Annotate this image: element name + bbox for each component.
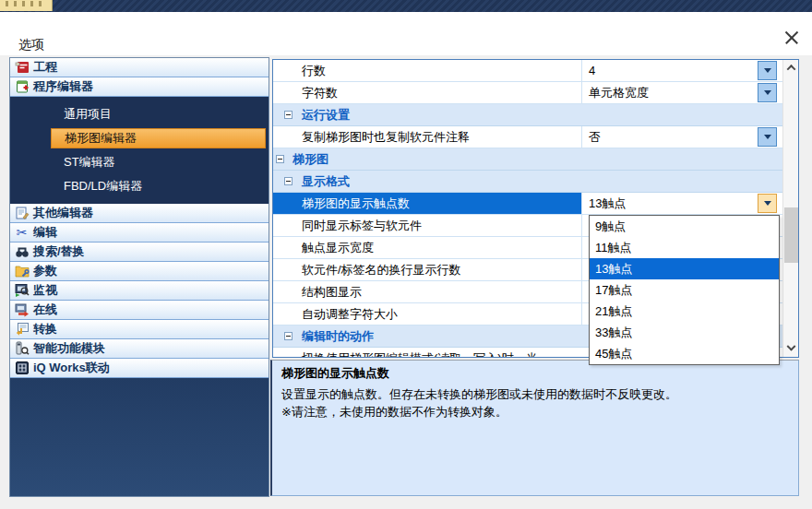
program-editor-icon — [14, 79, 30, 94]
section-label: 运行设置 — [302, 107, 350, 124]
sidebar-filler — [10, 378, 269, 496]
monitor-magnifier-icon — [14, 283, 30, 298]
background-window-fragment — [0, 0, 53, 11]
sidebar-item-label: iQ Works联动 — [33, 360, 110, 376]
convert-arrow-icon — [14, 322, 30, 337]
chevron-up-icon — [787, 65, 796, 74]
dropdown-button[interactable] — [758, 127, 777, 147]
sidebar-item-intelligent-module[interactable]: 智能功能模块 — [10, 339, 269, 359]
scroll-thumb[interactable] — [784, 207, 798, 263]
dropdown-option[interactable]: 21触点 — [590, 301, 779, 322]
dropdown-option[interactable]: 11触点 — [590, 237, 779, 258]
setting-label: 软元件/标签名的换行显示行数 — [302, 262, 461, 278]
sidebar-item-online[interactable]: 在线 — [10, 301, 269, 320]
setting-label: 结构图显示 — [302, 284, 362, 301]
iqworks-grid-icon — [14, 361, 30, 375]
sidebar-item-label: 梯形图编辑器 — [65, 130, 137, 147]
sidebar-item-label: 监视 — [33, 282, 57, 299]
setting-label: 梯形图的显示触点数 — [302, 195, 410, 212]
scroll-up-button[interactable] — [783, 60, 799, 76]
background-app-strip — [0, 0, 812, 12]
sidebar-item-label: 通用项目 — [64, 106, 112, 123]
close-icon — [784, 30, 799, 45]
sidebar-item-ladder-editor[interactable]: 梯形图编辑器 — [51, 128, 266, 148]
dialog-titlebar: 选项 — [0, 12, 812, 55]
dropdown-option[interactable]: 17触点 — [590, 279, 779, 301]
caret-down-icon — [764, 90, 771, 95]
section-label: 编辑时的动作 — [302, 328, 374, 345]
help-text: 设置显示的触点数。但存在未转换的梯形图或未使用的数据时不反映更改。 — [281, 386, 789, 402]
sidebar-item-project[interactable]: 工程 — [10, 58, 269, 77]
setting-value: 13触点 — [589, 195, 626, 212]
sidebar-item-label: 参数 — [33, 263, 57, 279]
collapse-icon[interactable] — [276, 155, 284, 163]
chevron-down-icon — [787, 342, 796, 351]
help-text: ※请注意，未使用的数据不作为转换对象。 — [281, 404, 789, 420]
dropdown-option[interactable]: 9触点 — [590, 216, 779, 237]
sidebar-item-program-editor[interactable]: 程序编辑器 — [10, 77, 269, 97]
sidebar-item-fbdld-editor[interactable]: FBD/LD编辑器 — [51, 176, 266, 196]
scissors-icon: ✂ — [14, 225, 30, 240]
setting-row[interactable]: 字符数 单元格宽度 — [273, 82, 782, 104]
setting-label: 复制梯形图时也复制软元件注释 — [302, 129, 470, 146]
dropdown-button-active[interactable] — [758, 194, 777, 213]
binoculars-icon — [14, 244, 30, 259]
setting-value: 否 — [589, 129, 601, 146]
dialog-title: 选项 — [18, 37, 44, 53]
section-label: 梯形图 — [293, 151, 328, 168]
setting-label: 字符数 — [302, 85, 338, 101]
setting-value: 4 — [589, 64, 595, 77]
dropdown-option-selected[interactable]: 13触点 — [590, 258, 779, 279]
sidebar-item-convert[interactable]: 转换 — [10, 320, 269, 339]
section-row[interactable]: 显示格式 — [273, 171, 782, 193]
other-editor-icon — [14, 206, 30, 220]
section-row[interactable]: 运行设置 — [273, 104, 782, 126]
setting-value: 单元格宽度 — [589, 85, 649, 101]
dropdown-list: 9触点 11触点 13触点 17触点 21触点 33触点 45触点 — [589, 215, 780, 365]
description-panel: 梯形图的显示触点数 设置显示的触点数。但存在未转换的梯形图或未使用的数据时不反映… — [270, 360, 799, 496]
dropdown-option[interactable]: 45触点 — [590, 343, 779, 364]
sidebar-item-iqworks[interactable]: iQ Works联动 — [10, 359, 269, 378]
sidebar-item-label: ST编辑器 — [64, 154, 115, 171]
program-editor-children: 通用项目 梯形图编辑器 ST编辑器 FBD/LD编辑器 — [10, 97, 269, 204]
setting-label: 自动调整字符大小 — [302, 306, 398, 323]
project-icon — [14, 60, 30, 75]
sidebar-item-st-editor[interactable]: ST编辑器 — [51, 152, 266, 172]
caret-down-icon — [764, 68, 771, 73]
sidebar-item-common[interactable]: 通用项目 — [51, 104, 266, 124]
sidebar-item-label: 智能功能模块 — [33, 340, 105, 357]
sidebar-item-monitor[interactable]: 监视 — [10, 281, 269, 301]
setting-label: 触点显示宽度 — [302, 240, 374, 256]
setting-row[interactable]: 复制梯形图时也复制软元件注释 否 — [273, 126, 782, 148]
scroll-down-button[interactable] — [783, 341, 799, 357]
caret-down-icon — [764, 201, 771, 206]
help-title: 梯形图的显示触点数 — [281, 365, 789, 382]
sidebar-item-other-editor[interactable]: 其他编辑器 — [10, 204, 269, 223]
online-monitor-icon — [14, 302, 30, 317]
collapse-icon[interactable] — [284, 111, 293, 119]
collapse-icon[interactable] — [284, 177, 293, 185]
collapse-icon[interactable] — [284, 332, 293, 340]
dropdown-button[interactable] — [758, 83, 777, 102]
sidebar-item-label: 工程 — [33, 59, 57, 76]
parameter-folder-icon — [14, 264, 30, 278]
setting-label: 切换使用梯形图编辑模式(读取－写入)时，当… — [302, 350, 550, 359]
setting-row-selected[interactable]: 梯形图的显示触点数 13触点 — [273, 193, 782, 215]
setting-label: 行数 — [302, 63, 326, 79]
dropdown-button[interactable] — [758, 61, 777, 80]
sidebar-item-parameter[interactable]: 参数 — [10, 262, 269, 281]
scrollbar[interactable] — [782, 60, 798, 357]
category-tree: 工程 程序编辑器 通用项目 梯形图编辑器 ST编辑器 FBD/LD编辑器 其他编… — [9, 57, 269, 497]
sidebar-item-label: 搜索/替换 — [33, 243, 85, 260]
section-label: 显示格式 — [302, 173, 350, 190]
sidebar-item-search-replace[interactable]: 搜索/替换 — [10, 243, 269, 262]
sidebar-item-label: 其他编辑器 — [33, 205, 93, 221]
setting-row[interactable]: 行数 4 — [273, 60, 782, 82]
sidebar-item-label: 程序编辑器 — [33, 78, 93, 95]
sidebar-item-edit[interactable]: ✂ 编辑 — [10, 223, 269, 243]
close-button[interactable] — [779, 28, 805, 48]
section-row[interactable]: 梯形图 — [273, 148, 782, 171]
dropdown-option[interactable]: 33触点 — [590, 322, 779, 343]
sidebar-item-label: 编辑 — [33, 224, 57, 241]
caret-down-icon — [764, 135, 771, 139]
